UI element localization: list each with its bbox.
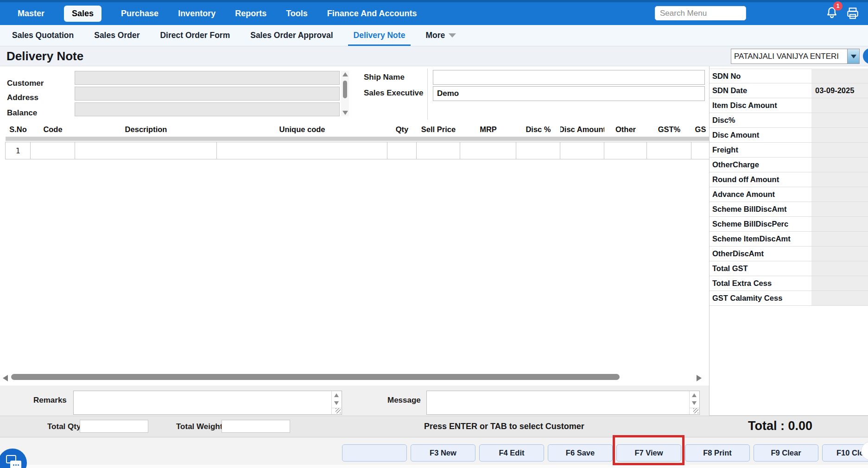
row-value[interactable]: [811, 217, 868, 231]
company-selector-arrow[interactable]: [847, 49, 859, 63]
total-weight-field[interactable]: [222, 420, 290, 433]
f7-view-button[interactable]: F7 View: [616, 444, 681, 462]
ship-name-field[interactable]: [433, 70, 705, 85]
tab-sales-order[interactable]: Sales Order: [94, 25, 139, 46]
menu-item-reports[interactable]: Reports: [235, 9, 266, 19]
tab-sales-quotation[interactable]: Sales Quotation: [12, 25, 74, 46]
total-qty-label: Total Qty: [47, 422, 81, 431]
cell-code[interactable]: [30, 142, 75, 159]
company-selector[interactable]: PATANJALI VANIJYA ENTERI: [731, 49, 860, 64]
row-value[interactable]: [811, 69, 868, 83]
print-icon[interactable]: [845, 6, 860, 21]
row-label: OtherDiscAmt: [710, 247, 811, 261]
textarea-scroll-rail[interactable]: [689, 391, 699, 414]
cell-sell-price[interactable]: [416, 142, 460, 159]
menu-item-master[interactable]: Master: [18, 9, 44, 19]
row-label: SDN No: [710, 69, 811, 83]
cell-gst-amount[interactable]: [691, 142, 709, 159]
tab-label: Delivery Note: [354, 31, 405, 40]
cell-mrp[interactable]: [460, 142, 516, 159]
tab-sales-order-approval[interactable]: Sales Order Approval: [250, 25, 333, 46]
scroll-down-arrow-icon[interactable]: [692, 401, 697, 405]
cell-gst-percent[interactable]: [646, 142, 691, 159]
header-round-button-partial[interactable]: [863, 48, 868, 64]
search-input[interactable]: [655, 6, 746, 20]
row-value[interactable]: [811, 128, 868, 142]
items-table: S.No Code Description Unique code Qty Se…: [6, 123, 709, 159]
customer-field[interactable]: [75, 71, 340, 85]
sales-executive-field[interactable]: [433, 86, 705, 101]
menu-item-tools[interactable]: Tools: [286, 9, 308, 19]
f3-new-button[interactable]: F3 New: [411, 444, 475, 462]
tab-delivery-note[interactable]: Delivery Note: [354, 25, 405, 46]
horizontal-scrollbar[interactable]: [0, 373, 709, 384]
scroll-up-arrow-icon[interactable]: [692, 393, 697, 397]
scrollbar-thumb[interactable]: [11, 374, 620, 380]
scroll-right-arrow-icon[interactable]: [697, 375, 702, 381]
col-header-qty: Qty: [387, 123, 417, 136]
menu-item-sales[interactable]: Sales: [64, 6, 101, 22]
cell-unique-code[interactable]: [216, 142, 387, 159]
chevron-down-icon: [449, 33, 456, 38]
row-value[interactable]: 03-09-2025: [811, 83, 868, 98]
blank-button[interactable]: [342, 444, 407, 462]
top-menubar: Master Sales Purchase Inventory Reports …: [0, 0, 868, 25]
col-header-other: Other: [604, 123, 647, 136]
cell-sno[interactable]: 1: [5, 142, 31, 159]
cell-qty[interactable]: [387, 142, 417, 159]
cell-disc-amount[interactable]: [560, 142, 604, 159]
summary-row-total-extra-cess: Total Extra Cess: [710, 276, 868, 291]
scroll-up-arrow-icon[interactable]: [342, 72, 348, 76]
tab-label: Sales Order: [94, 31, 139, 40]
address-field[interactable]: [75, 87, 340, 101]
summary-row-advance-amount: Advance Amount: [710, 187, 868, 202]
resize-grip-icon[interactable]: [336, 408, 341, 413]
menu-item-finance-and-accounts[interactable]: Finance And Accounts: [327, 9, 417, 19]
resize-corner[interactable]: [331, 408, 342, 414]
scroll-up-arrow-icon[interactable]: [334, 393, 339, 397]
row-value[interactable]: [811, 232, 868, 246]
row-value[interactable]: [811, 158, 868, 172]
grand-total-text: Total : 0.00: [748, 419, 812, 433]
resize-corner[interactable]: [689, 408, 699, 414]
tab-direct-order-form[interactable]: Direct Order Form: [160, 25, 230, 46]
menu-item-purchase[interactable]: Purchase: [121, 9, 158, 19]
row-value[interactable]: [811, 202, 868, 216]
row-label: SDN Date: [710, 83, 811, 98]
f4-edit-button[interactable]: F4 Edit: [479, 444, 544, 462]
row-value[interactable]: [811, 247, 868, 261]
row-value[interactable]: [811, 98, 868, 113]
form-vertical-scrollbar[interactable]: [341, 71, 349, 116]
remarks-textarea[interactable]: [73, 391, 342, 415]
balance-field[interactable]: [75, 102, 340, 116]
col-header-gst-percent: GST%: [647, 123, 691, 136]
row-label: Total Extra Cess: [710, 276, 811, 291]
col-header-code: Code: [31, 123, 75, 136]
total-qty-field[interactable]: [80, 420, 148, 433]
row-value[interactable]: [811, 172, 868, 187]
tab-more[interactable]: More: [425, 25, 456, 46]
cell-disc-percent[interactable]: [516, 142, 560, 159]
message-textarea[interactable]: [426, 391, 700, 415]
scroll-left-arrow-icon[interactable]: [3, 375, 8, 381]
f8-print-button[interactable]: F8 Print: [685, 444, 750, 462]
f9-clear-button[interactable]: F9 Clear: [754, 444, 818, 462]
scroll-down-arrow-icon[interactable]: [342, 111, 348, 115]
textarea-scroll-rail[interactable]: [331, 391, 342, 414]
chevron-down-icon: [851, 55, 856, 58]
row-value[interactable]: [811, 187, 868, 202]
f6-save-button[interactable]: F6 Save: [548, 444, 613, 462]
cell-description[interactable]: [75, 142, 217, 159]
cell-other[interactable]: [604, 142, 647, 159]
row-value[interactable]: [811, 113, 868, 127]
resize-grip-icon[interactable]: [693, 408, 698, 413]
form-divider: [427, 69, 428, 120]
menu-item-inventory[interactable]: Inventory: [178, 9, 215, 19]
summary-row-freight: Freight: [710, 143, 868, 158]
row-value[interactable]: [811, 291, 868, 305]
scrollbar-thumb[interactable]: [343, 81, 347, 98]
row-value[interactable]: [811, 276, 868, 291]
row-value[interactable]: [811, 261, 868, 276]
scroll-down-arrow-icon[interactable]: [334, 401, 339, 405]
row-value[interactable]: [811, 143, 868, 157]
